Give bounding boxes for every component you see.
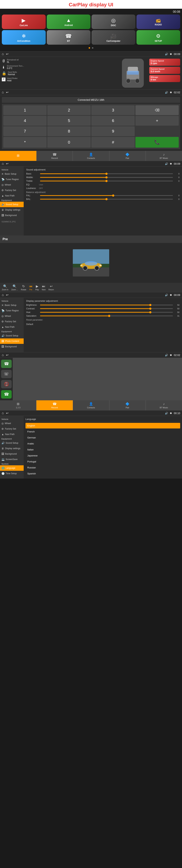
sidebar-background-2[interactable]: 🖼 Background xyxy=(0,344,24,349)
sidebar-photo-content[interactable]: 🖼 Photo Content xyxy=(0,338,24,344)
phone-tab-pair[interactable]: 🔷 Pair xyxy=(109,151,146,161)
middle-track[interactable] xyxy=(40,177,173,178)
back-button-6[interactable]: ↩ xyxy=(6,411,8,415)
bass-thumb[interactable] xyxy=(105,173,108,175)
return-btn[interactable]: ↩ Return xyxy=(48,284,54,291)
lang-english[interactable]: English xyxy=(25,423,180,429)
dial-8[interactable]: 8 xyxy=(47,126,90,136)
sidebar-time-setup[interactable]: 🕐 Time Setup xyxy=(0,471,24,476)
sidebar-display-3[interactable]: 🖥 Display settings xyxy=(0,446,24,451)
home-button-5[interactable]: ⌂ xyxy=(2,353,4,357)
sidebar-navi-3[interactable]: ▲ Navi Path xyxy=(0,432,24,437)
sidebar-basic-setup-2[interactable]: ✕ Basic Setup xyxy=(0,303,24,308)
sidebar-language[interactable]: 🌐 Language xyxy=(0,465,24,471)
bal-track[interactable] xyxy=(40,199,173,199)
lang-italian[interactable]: Italian xyxy=(25,447,180,453)
reject-call-btn[interactable]: 📵 xyxy=(1,380,11,388)
phone-tab-contacts[interactable]: 👤 Contacts xyxy=(73,151,109,161)
back-button-5[interactable]: ↩ xyxy=(6,353,8,357)
sidebar-background-3[interactable]: 🖼 Background xyxy=(0,451,24,457)
lang-french[interactable]: French xyxy=(25,429,180,434)
phone-tab-record[interactable]: ☎ Record xyxy=(36,151,73,161)
brightness-thumb[interactable] xyxy=(149,304,151,306)
sidebar-screensave[interactable]: 💻 ScreenSave xyxy=(0,457,24,462)
app-android[interactable]: ▲ Android xyxy=(47,14,90,29)
fal-track[interactable] xyxy=(40,195,173,196)
phone-tab-contacts-2[interactable]: 👤 Contacts xyxy=(73,400,109,410)
phone-tab-dialpad[interactable]: ⊞ xyxy=(0,151,36,161)
sidebar-wheel-3[interactable]: ◎ Wheel xyxy=(0,421,24,426)
volume-icon-2[interactable]: 🔊 xyxy=(165,91,168,94)
lang-portugal[interactable]: Portugal xyxy=(25,459,180,464)
saturation-track[interactable] xyxy=(40,315,173,316)
sidebar-tuner-region-2[interactable]: 📡 Tuner Region xyxy=(0,308,24,313)
middle-thumb[interactable] xyxy=(105,176,108,179)
sidebar-sound-2[interactable]: 🔊 Sound Setup xyxy=(0,333,24,338)
back-button-2[interactable]: ↩ xyxy=(6,91,8,94)
sidebar-wheel-2[interactable]: ◎ Wheel xyxy=(0,313,24,319)
dial-hash[interactable]: # xyxy=(92,137,135,148)
treble-track[interactable] xyxy=(40,181,173,181)
play-btn[interactable]: ▶ Play xyxy=(35,284,39,291)
app-setup[interactable]: ⚙ SETUP xyxy=(136,30,180,45)
volume-icon-1[interactable]: 🔊 xyxy=(165,53,168,56)
sidebar-factory-3[interactable]: ⚙ Factory Set xyxy=(0,426,24,432)
home-button-2[interactable]: ⌂ xyxy=(2,90,4,94)
dial-4[interactable]: 4 xyxy=(3,116,47,126)
phone-tab-record-2[interactable]: ☎ Record xyxy=(36,400,73,410)
contrast-track[interactable] xyxy=(40,308,173,309)
volume-icon-5[interactable]: 🔊 xyxy=(165,354,168,356)
contrast-thumb[interactable] xyxy=(149,308,151,310)
app-aircondition[interactable]: ❄ AirCondition xyxy=(2,30,46,45)
outgoing-call-btn[interactable]: ☏ xyxy=(1,370,11,378)
sidebar-basic-setup-1[interactable]: ✕ Basic Setup xyxy=(0,171,24,177)
lang-japanese[interactable]: Japanese xyxy=(25,453,180,458)
app-bt[interactable]: ☎ BT xyxy=(47,30,90,45)
hue-track[interactable] xyxy=(40,312,173,313)
dial-1[interactable]: 1 xyxy=(3,105,47,115)
back-button-3[interactable]: ↩ xyxy=(6,162,8,165)
lang-german[interactable]: German xyxy=(25,435,180,440)
dial-5[interactable]: 5 xyxy=(47,116,90,126)
bass-track[interactable] xyxy=(40,174,173,174)
dial-3[interactable]: 3 xyxy=(92,105,135,115)
dial-0[interactable]: 0 xyxy=(47,137,90,148)
app-disc[interactable]: ◎ DISC xyxy=(92,14,135,29)
phone-tab-dialpad-2[interactable]: ⊞ 1 2 3 xyxy=(0,400,36,410)
home-button-3[interactable]: ⌂ xyxy=(2,162,4,165)
dial-plus[interactable]: + xyxy=(135,116,179,126)
app-carcomputer[interactable]: 🎥 CarComputer xyxy=(92,30,135,45)
saturation-thumb[interactable] xyxy=(108,315,110,317)
phone-tab-pair-2[interactable]: 🔷 Pair xyxy=(109,400,146,410)
dial-star[interactable]: * xyxy=(3,137,47,148)
hue-thumb[interactable] xyxy=(149,311,151,313)
dial-9[interactable]: 9 xyxy=(92,126,135,136)
bal-thumb[interactable] xyxy=(105,198,108,200)
dial-6[interactable]: 6 xyxy=(92,116,135,126)
rotate-btn[interactable]: ↻ Rotate xyxy=(21,284,26,291)
zoom-in-btn[interactable]: 🔍 Zoom in xyxy=(2,284,8,291)
dial-backspace[interactable]: ⌫ xyxy=(135,105,179,115)
default-btn[interactable]: Default xyxy=(26,322,179,327)
volume-icon-4[interactable]: 🔊 xyxy=(165,293,168,297)
sidebar-factory-1[interactable]: ⚙ Factory Set xyxy=(0,188,24,193)
home-button-6[interactable]: ⌂ xyxy=(2,411,4,415)
sidebar-wheel-1[interactable]: ◎ Wheel xyxy=(0,182,24,188)
sidebar-navi-2[interactable]: ▲ Navi Path xyxy=(0,324,24,330)
lang-russian[interactable]: Russian xyxy=(25,465,180,470)
next-btn[interactable]: ⏭ Next xyxy=(42,284,46,291)
active-call-btn[interactable]: ☎ xyxy=(1,390,11,399)
sidebar-sound-3[interactable]: 🔊 Sound Setup xyxy=(0,440,24,446)
sidebar-display-settings-1[interactable]: 🖥 Display settings xyxy=(0,207,24,213)
lang-spanish[interactable]: Spanish xyxy=(25,471,180,476)
app-carlink[interactable]: ▶ CarLink xyxy=(2,14,46,29)
home-button-4[interactable]: ⌂ xyxy=(2,293,4,297)
home-button-1[interactable]: ⌂ xyxy=(2,52,4,56)
back-button-1[interactable]: ↩ xyxy=(6,52,8,56)
phone-tab-btmusic-2[interactable]: ♪ BT Music xyxy=(146,400,182,410)
dial-call[interactable]: 📞 xyxy=(135,137,179,148)
lang-arabic[interactable]: Arabic xyxy=(25,441,180,446)
pre-btn[interactable]: ⏮ Pre xyxy=(29,284,32,291)
incoming-call-btn[interactable]: ☎ xyxy=(1,360,11,368)
sidebar-factory-2[interactable]: ⚙ Factory Set xyxy=(0,319,24,324)
